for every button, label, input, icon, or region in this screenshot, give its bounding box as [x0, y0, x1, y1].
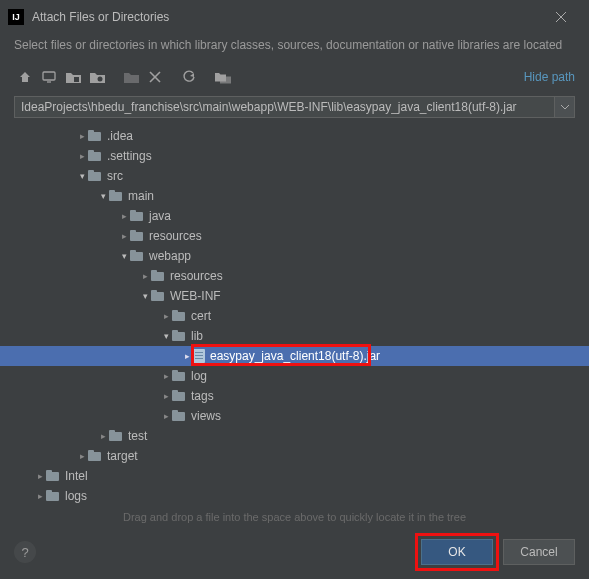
- desktop-button[interactable]: [38, 66, 60, 88]
- tree-row[interactable]: ▸log: [0, 366, 589, 386]
- collapse-arrow-icon[interactable]: ▾: [139, 291, 151, 301]
- module-folder-icon: [90, 71, 105, 84]
- svg-rect-4: [74, 77, 79, 82]
- folder-icon: [88, 130, 102, 142]
- tree-item-label: Intel: [65, 469, 88, 483]
- dialog-subtitle: Select files or directories in which lib…: [0, 34, 589, 64]
- tree-item-label: target: [107, 449, 138, 463]
- hide-path-link[interactable]: Hide path: [524, 70, 575, 84]
- folder-icon: [130, 250, 144, 262]
- ok-button[interactable]: OK: [421, 539, 493, 565]
- module-folder-button[interactable]: [86, 66, 108, 88]
- tree-row[interactable]: ▸easypay_java_client18(utf-8).jar: [0, 346, 589, 366]
- expand-arrow-icon[interactable]: ▸: [181, 351, 193, 361]
- folder-icon: [172, 370, 186, 382]
- folder-icon: [151, 270, 165, 282]
- directory-tree[interactable]: ▸.idea▸.settings▾src▾main▸java▸resources…: [0, 124, 589, 508]
- path-input[interactable]: [14, 96, 555, 118]
- tree-row[interactable]: ▸.idea: [0, 126, 589, 146]
- tree-row[interactable]: ▾WEB-INF: [0, 286, 589, 306]
- tree-item-label: WEB-INF: [170, 289, 221, 303]
- folder-icon: [130, 230, 144, 242]
- folder-icon: [46, 490, 60, 502]
- project-folder-button[interactable]: [62, 66, 84, 88]
- tree-row[interactable]: ▸.settings: [0, 146, 589, 166]
- collapse-arrow-icon[interactable]: ▾: [160, 331, 172, 341]
- expand-arrow-icon[interactable]: ▸: [160, 391, 172, 401]
- expand-arrow-icon[interactable]: ▸: [160, 411, 172, 421]
- dialog-title: Attach Files or Directories: [32, 10, 541, 24]
- tree-item-label: tags: [191, 389, 214, 403]
- collapse-arrow-icon[interactable]: ▾: [118, 251, 130, 261]
- path-dropdown-button[interactable]: [555, 96, 575, 118]
- tree-row[interactable]: ▸Intel: [0, 466, 589, 486]
- refresh-button[interactable]: [178, 66, 200, 88]
- svg-point-5: [97, 76, 102, 81]
- delete-icon: [149, 71, 161, 83]
- show-hidden-icon: [215, 71, 231, 84]
- folder-icon: [88, 170, 102, 182]
- expand-arrow-icon[interactable]: ▸: [76, 151, 88, 161]
- project-folder-icon: [66, 71, 81, 84]
- expand-arrow-icon[interactable]: ▸: [118, 211, 130, 221]
- folder-icon: [109, 190, 123, 202]
- tree-row[interactable]: ▸tags: [0, 386, 589, 406]
- refresh-icon: [182, 70, 196, 84]
- attach-files-dialog: IJ Attach Files or Directories Select fi…: [0, 0, 589, 579]
- tree-row[interactable]: ▸PerfLogs: [0, 506, 589, 508]
- tree-item-label: src: [107, 169, 123, 183]
- expand-arrow-icon[interactable]: ▸: [118, 231, 130, 241]
- tree-item-label: resources: [170, 269, 223, 283]
- folder-icon: [151, 290, 165, 302]
- chevron-down-icon: [561, 105, 569, 110]
- expand-arrow-icon[interactable]: ▸: [76, 451, 88, 461]
- folder-icon: [88, 450, 102, 462]
- tree-row[interactable]: ▸cert: [0, 306, 589, 326]
- folder-icon: [46, 470, 60, 482]
- collapse-arrow-icon[interactable]: ▾: [97, 191, 109, 201]
- new-folder-icon: [124, 71, 139, 84]
- tree-row[interactable]: ▸views: [0, 406, 589, 426]
- tree-row[interactable]: ▸target: [0, 446, 589, 466]
- folder-icon: [109, 430, 123, 442]
- tree-row[interactable]: ▾src: [0, 166, 589, 186]
- tree-item-label: views: [191, 409, 221, 423]
- collapse-arrow-icon[interactable]: ▾: [76, 171, 88, 181]
- expand-arrow-icon[interactable]: ▸: [160, 371, 172, 381]
- tree-row[interactable]: ▸test: [0, 426, 589, 446]
- expand-arrow-icon[interactable]: ▸: [139, 271, 151, 281]
- cancel-button[interactable]: Cancel: [503, 539, 575, 565]
- tree-row[interactable]: ▸logs: [0, 486, 589, 506]
- expand-arrow-icon[interactable]: ▸: [160, 311, 172, 321]
- tree-row[interactable]: ▾main: [0, 186, 589, 206]
- show-hidden-button[interactable]: [212, 66, 234, 88]
- tree-item-label: resources: [149, 229, 202, 243]
- tree-row[interactable]: ▸java: [0, 206, 589, 226]
- tree-row[interactable]: ▸resources: [0, 266, 589, 286]
- expand-arrow-icon[interactable]: ▸: [34, 471, 46, 481]
- help-icon: ?: [21, 545, 28, 560]
- tree-row[interactable]: ▸resources: [0, 226, 589, 246]
- close-button[interactable]: [541, 3, 581, 31]
- folder-icon: [88, 150, 102, 162]
- expand-arrow-icon[interactable]: ▸: [76, 131, 88, 141]
- expand-arrow-icon[interactable]: ▸: [97, 431, 109, 441]
- toolbar: Hide path: [0, 64, 589, 90]
- new-folder-button[interactable]: [120, 66, 142, 88]
- home-button[interactable]: [14, 66, 36, 88]
- expand-arrow-icon[interactable]: ▸: [34, 491, 46, 501]
- help-button[interactable]: ?: [14, 541, 36, 563]
- drag-drop-hint: Drag and drop a file into the space abov…: [0, 508, 589, 531]
- tree-item-label: .idea: [107, 129, 133, 143]
- tree-item-label: main: [128, 189, 154, 203]
- tree-item-label: .settings: [107, 149, 152, 163]
- tree-item-label: easypay_java_client18(utf-8).jar: [210, 349, 380, 363]
- tree-row[interactable]: ▾lib: [0, 326, 589, 346]
- folder-icon: [172, 410, 186, 422]
- button-row: ? OK Cancel: [0, 531, 589, 579]
- title-bar: IJ Attach Files or Directories: [0, 0, 589, 34]
- delete-button[interactable]: [144, 66, 166, 88]
- tree-item-label: test: [128, 429, 147, 443]
- tree-row[interactable]: ▾webapp: [0, 246, 589, 266]
- desktop-icon: [42, 70, 56, 84]
